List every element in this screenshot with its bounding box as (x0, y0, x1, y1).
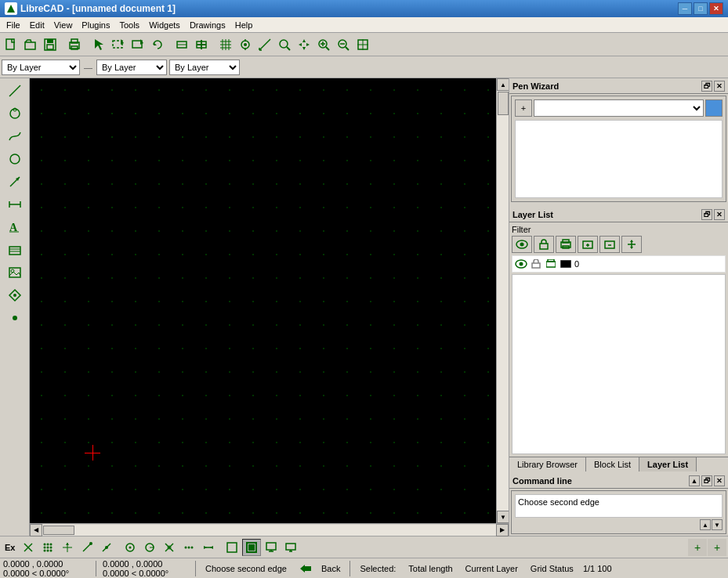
circle-tool[interactable] (4, 148, 26, 170)
layer-color-swatch[interactable] (560, 258, 572, 270)
snap-endpoint2-button[interactable] (78, 539, 96, 556)
menu-help[interactable]: Help (230, 19, 258, 31)
cmd-restore-button[interactable]: 🗗 (701, 475, 712, 486)
menu-file[interactable]: File (2, 19, 25, 31)
menu-view[interactable]: View (49, 19, 78, 31)
vscroll-thumb[interactable] (498, 92, 509, 115)
layer-toggle-button[interactable] (172, 35, 191, 54)
open-button[interactable] (21, 35, 40, 54)
add-toolbar-button-1[interactable]: + (688, 539, 707, 556)
layer-row-0[interactable]: 0 (512, 255, 726, 273)
layer-lock-icon[interactable] (530, 258, 542, 270)
layer-list-restore-button[interactable]: 🗗 (701, 209, 712, 220)
zoom-out-button[interactable] (334, 35, 353, 54)
tab-layer-list[interactable]: Layer List (639, 457, 697, 471)
modify-tool[interactable] (4, 284, 26, 306)
minimize-button[interactable]: ─ (678, 2, 692, 15)
select-rect-button[interactable] (109, 35, 128, 54)
menu-drawings[interactable]: Drawings (185, 19, 230, 31)
tab-block-list[interactable]: Block List (586, 457, 639, 471)
dimension-tool[interactable] (4, 193, 26, 215)
print-button[interactable] (65, 35, 84, 54)
hscroll-thumb[interactable] (43, 526, 74, 535)
snap-center2-button[interactable] (121, 539, 139, 556)
layer-add-button[interactable] (578, 236, 598, 253)
vertical-scrollbar[interactable]: ▲ ▼ (496, 78, 509, 523)
tab-library-browser[interactable]: Library Browser (509, 457, 586, 471)
snap-free2-button[interactable] (58, 539, 77, 556)
snap-angle-button[interactable] (140, 539, 159, 556)
view-monitor1-button[interactable] (262, 539, 281, 556)
layer-locked-button[interactable] (534, 236, 554, 253)
layer-print-button[interactable] (556, 236, 576, 253)
linetype-select[interactable]: By Layer (96, 60, 167, 75)
zoom-button[interactable] (275, 35, 294, 54)
cmd-close-button[interactable]: ✕ (714, 475, 725, 486)
pan-button[interactable] (295, 35, 313, 54)
svg-rect-119 (248, 544, 255, 551)
text-tool[interactable]: A (4, 216, 26, 238)
snap-button[interactable] (236, 35, 255, 54)
vscroll-down-button[interactable]: ▼ (497, 511, 509, 523)
close-button[interactable]: ✕ (709, 2, 723, 15)
menu-tools[interactable]: Tools (114, 19, 144, 31)
save-button[interactable] (41, 35, 60, 54)
layer-print-icon[interactable] (545, 258, 557, 270)
view-monitor2-button[interactable] (281, 539, 300, 556)
layer-list-close-button[interactable]: ✕ (714, 209, 725, 220)
zoom-in-button[interactable] (314, 35, 333, 54)
hatch-tool[interactable] (4, 239, 26, 261)
add-layer-button[interactable] (192, 35, 211, 54)
menu-plugins[interactable]: Plugins (77, 19, 114, 31)
snap-dot-button[interactable] (38, 539, 57, 556)
pen-wizard-close-button[interactable]: ✕ (714, 81, 725, 92)
spline-tool[interactable] (4, 125, 26, 147)
image-tool[interactable] (4, 262, 26, 284)
polyline-tool[interactable] (4, 103, 26, 125)
cmd-scroll-up-button[interactable]: ▲ (689, 475, 700, 486)
cmd-output-scroll-up[interactable]: ▲ (700, 519, 711, 530)
layer-select-main[interactable]: By Layer (2, 60, 80, 75)
snap-restrict-button[interactable] (199, 539, 218, 556)
horizontal-scrollbar[interactable]: ◀ ▶ (30, 523, 509, 536)
vscroll-track[interactable] (497, 91, 509, 511)
arrow-tool[interactable] (4, 171, 26, 193)
select-window-button[interactable] (129, 35, 147, 54)
snap-more-button[interactable] (179, 539, 198, 556)
pen-wizard-restore-button[interactable]: 🗗 (701, 81, 712, 92)
view-filled-button[interactable] (242, 539, 261, 556)
layer-visible-button[interactable] (512, 236, 532, 253)
vscroll-up-button[interactable]: ▲ (497, 78, 509, 91)
rotate-button[interactable] (148, 35, 167, 54)
zoom-fit-button[interactable] (353, 35, 372, 54)
layer-move-button[interactable] (621, 236, 642, 253)
pen-wizard-dropdown[interactable] (534, 99, 704, 117)
hscroll-track[interactable] (42, 525, 496, 536)
maximize-button[interactable]: □ (694, 2, 708, 15)
pen-wizard-add-button[interactable]: + (515, 99, 532, 117)
snap-intersection2-button[interactable] (160, 539, 179, 556)
cmd-output-scroll-down[interactable]: ▼ (712, 519, 723, 530)
add-toolbar-button-2[interactable]: + (708, 539, 726, 556)
drawing-canvas[interactable] (30, 78, 496, 523)
snap-midpoint2-button[interactable] (97, 539, 116, 556)
snap-none-button[interactable] (19, 539, 38, 556)
new-button[interactable] (2, 35, 20, 54)
point-tool[interactable] (4, 307, 26, 329)
grid-status-label: Grid Status (531, 564, 574, 573)
linewidth-select[interactable]: By Layer (169, 60, 240, 75)
view-wireframe-button[interactable] (223, 539, 241, 556)
select-button[interactable] (89, 35, 108, 54)
svg-rect-84 (548, 259, 554, 262)
layer-visibility-icon[interactable] (515, 258, 527, 270)
grid-button[interactable] (216, 35, 235, 54)
menu-edit[interactable]: Edit (25, 19, 49, 31)
layer-remove-button[interactable] (599, 236, 620, 253)
back-label[interactable]: Back (321, 564, 340, 573)
line-tool[interactable] (4, 80, 26, 102)
menu-widgets[interactable]: Widgets (144, 19, 185, 31)
hscroll-left-button[interactable]: ◀ (30, 524, 42, 536)
hscroll-right-button[interactable]: ▶ (496, 524, 509, 536)
measure-button[interactable] (255, 35, 274, 54)
pen-wizard-color-button[interactable] (705, 99, 723, 117)
